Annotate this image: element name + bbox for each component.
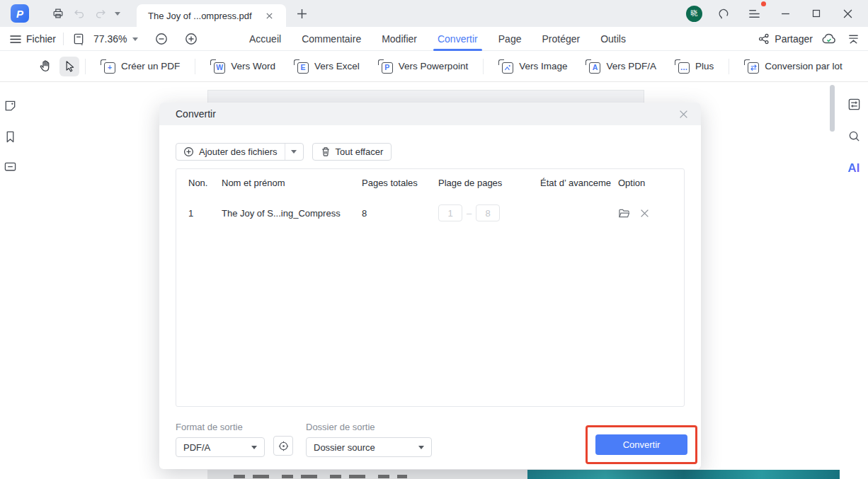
column-option: Option bbox=[611, 178, 684, 188]
app-window: P The Joy of ...ompress.pdf 晓 bbox=[0, 0, 868, 479]
user-avatar[interactable]: 晓 bbox=[686, 6, 702, 22]
pdfa-icon: A bbox=[586, 59, 600, 74]
to-pdfa-button[interactable]: A Vers PDF/A bbox=[576, 59, 666, 74]
menubar-right-group: Partager bbox=[758, 27, 861, 51]
output-format-value: PDF/A bbox=[183, 442, 210, 453]
tab-page[interactable]: Page bbox=[498, 27, 522, 51]
more-conversions-button[interactable]: … Plus bbox=[666, 59, 723, 74]
page-view-icon[interactable] bbox=[71, 31, 86, 47]
title-bar: P The Joy of ...ompress.pdf 晓 bbox=[0, 0, 868, 27]
to-image-button[interactable]: Vers Image bbox=[489, 59, 576, 74]
document-tab-title: The Joy of ...ompress.pdf bbox=[148, 11, 252, 21]
to-excel-button[interactable]: E Vers Excel bbox=[285, 59, 369, 74]
add-files-caret[interactable] bbox=[285, 144, 303, 160]
bookmark-panel-icon[interactable] bbox=[4, 130, 16, 144]
to-word-button[interactable]: W Vers Word bbox=[201, 59, 285, 74]
tab-proteger[interactable]: Protéger bbox=[542, 27, 580, 51]
tab-commentaire[interactable]: Commentaire bbox=[302, 27, 361, 51]
share-button[interactable]: Partager bbox=[758, 33, 813, 45]
zoom-level-control[interactable]: 77.36% bbox=[93, 33, 137, 45]
tab-accueil[interactable]: Accueil bbox=[249, 27, 281, 51]
undo-icon[interactable] bbox=[69, 3, 90, 24]
gear-icon bbox=[278, 440, 290, 452]
range-to-input[interactable] bbox=[476, 204, 500, 221]
maximize-button[interactable] bbox=[806, 3, 827, 24]
divider bbox=[85, 59, 86, 74]
table-row: 1 The Joy of S...ing_Compress 8 – bbox=[176, 196, 684, 230]
range-from-input[interactable] bbox=[438, 204, 462, 221]
dialog-header[interactable]: Convertir bbox=[159, 103, 701, 125]
batch-convert-icon bbox=[744, 59, 759, 74]
output-folder-value: Dossier source bbox=[314, 442, 375, 453]
file-hamburger-icon bbox=[10, 35, 21, 44]
tab-convertir[interactable]: Convertir bbox=[438, 27, 478, 51]
new-tab-button[interactable] bbox=[292, 3, 313, 24]
minimize-button[interactable] bbox=[775, 3, 796, 24]
comment-panel-icon[interactable] bbox=[4, 161, 17, 173]
zoom-caret-icon bbox=[132, 37, 138, 41]
menubar-left-group: Fichier 77.36% bbox=[10, 27, 199, 51]
add-files-split-button: Ajouter des fichiers bbox=[176, 143, 304, 161]
zoom-in-icon[interactable] bbox=[183, 31, 199, 47]
clear-all-button[interactable]: Tout effacer bbox=[312, 143, 392, 161]
row-total-pages: 8 bbox=[355, 208, 431, 219]
titlebar-right-group: 晓 bbox=[686, 3, 868, 24]
collapse-toolbar-icon[interactable] bbox=[845, 31, 861, 47]
redo-icon[interactable] bbox=[90, 3, 111, 24]
print-icon[interactable] bbox=[47, 3, 69, 24]
file-menu-label: Fichier bbox=[26, 33, 56, 45]
support-headset-icon[interactable] bbox=[712, 3, 733, 24]
column-no: Non. bbox=[176, 178, 215, 188]
output-format-field: Format de sortie PDF/A bbox=[176, 422, 265, 457]
create-pdf-icon: + bbox=[101, 59, 115, 74]
batch-conversion-label: Conversion par lot bbox=[765, 61, 843, 71]
caret-down-icon bbox=[251, 446, 257, 449]
create-pdf-button[interactable]: + Créer un PDF bbox=[91, 59, 189, 74]
convert-button[interactable]: Convertir bbox=[595, 434, 687, 455]
column-name: Nom et prénom bbox=[215, 178, 355, 188]
thumbnail-panel-icon[interactable] bbox=[4, 99, 17, 112]
cloud-sync-icon[interactable] bbox=[821, 31, 837, 47]
tab-modifier[interactable]: Modifier bbox=[382, 27, 417, 51]
properties-panel-icon[interactable] bbox=[847, 98, 861, 111]
ai-assistant-icon[interactable]: AI bbox=[848, 161, 860, 175]
document-tab[interactable]: The Joy of ...ompress.pdf bbox=[137, 4, 286, 27]
open-folder-icon[interactable] bbox=[618, 208, 630, 219]
select-tool-icon[interactable] bbox=[59, 57, 79, 76]
search-icon[interactable] bbox=[847, 129, 861, 143]
page-range-control: – bbox=[431, 204, 533, 221]
add-files-button[interactable]: Ajouter des fichiers bbox=[176, 144, 285, 160]
document-image-strip bbox=[527, 470, 840, 479]
to-powerpoint-button[interactable]: P Vers Powerpoint bbox=[369, 59, 477, 74]
output-format-select[interactable]: PDF/A bbox=[176, 437, 265, 457]
clear-all-label: Tout effacer bbox=[336, 146, 384, 157]
caret-down-icon bbox=[291, 150, 297, 154]
zoom-out-icon[interactable] bbox=[154, 31, 169, 47]
format-settings-button[interactable] bbox=[273, 436, 293, 456]
to-word-label: Vers Word bbox=[231, 61, 275, 71]
app-logo-icon: P bbox=[11, 4, 29, 23]
divider bbox=[483, 59, 484, 74]
powerpoint-icon: P bbox=[378, 59, 393, 74]
hand-tool-icon[interactable] bbox=[35, 57, 55, 76]
close-window-button[interactable] bbox=[837, 3, 858, 24]
tab-close-icon[interactable] bbox=[262, 8, 278, 23]
main-menu-icon[interactable] bbox=[743, 3, 765, 24]
output-format-label: Format de sortie bbox=[176, 422, 265, 432]
menu-bar: Fichier 77.36% Accueil Commentaire Modif… bbox=[0, 27, 868, 51]
dialog-close-icon[interactable] bbox=[675, 106, 691, 122]
row-number: 1 bbox=[176, 208, 215, 219]
zoom-level-value: 77.36% bbox=[93, 33, 127, 45]
remove-file-icon[interactable] bbox=[640, 209, 649, 218]
caret-down-icon bbox=[418, 446, 424, 449]
history-caret-icon[interactable] bbox=[111, 3, 124, 24]
column-pages: Pages totales bbox=[355, 178, 431, 188]
share-icon bbox=[758, 33, 770, 45]
range-dash: – bbox=[467, 208, 472, 219]
file-menu-button[interactable]: Fichier bbox=[10, 33, 56, 45]
vertical-scrollbar[interactable] bbox=[830, 85, 835, 132]
output-folder-select[interactable]: Dossier source bbox=[306, 437, 432, 457]
divider bbox=[63, 33, 64, 45]
tab-outils[interactable]: Outils bbox=[600, 27, 626, 51]
batch-conversion-button[interactable]: Conversion par lot bbox=[735, 59, 852, 74]
